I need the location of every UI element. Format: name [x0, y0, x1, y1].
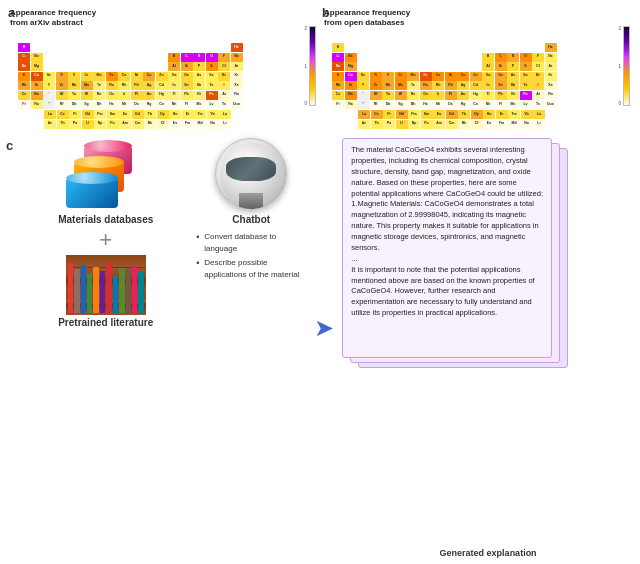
ptable-b: H He Li Be B C	[332, 43, 630, 129]
colorbar-a	[309, 26, 316, 106]
db-cyan	[66, 172, 118, 208]
panel-b: b Appearance frequency from open databas…	[320, 6, 634, 134]
colorbar-b-labels: 2 1 0	[618, 26, 621, 106]
panel-a: a Appearance frequency from arXiv abstra…	[6, 6, 320, 134]
ptable-a: H He Li Be B	[18, 43, 316, 129]
panel-a-title: Appearance frequency from arXiv abstract	[10, 8, 110, 27]
card-stack: The material CaCoGeO4 exhibits several i…	[342, 138, 634, 544]
colorbar-b	[623, 26, 630, 106]
chatbot-area: Chatbot • Convert database to language •…	[196, 138, 306, 558]
chatbot-label: Chatbot	[232, 214, 270, 225]
panel-b-header: b Appearance frequency from open databas…	[324, 8, 630, 27]
bookshelf-icon	[66, 255, 146, 315]
left-column: Materials databases +	[23, 138, 188, 558]
panel-b-label: b	[322, 6, 329, 20]
top-panels: a Appearance frequency from arXiv abstra…	[6, 6, 634, 134]
plus-sign: +	[23, 229, 188, 251]
bullet-1: • Convert database to language	[196, 231, 306, 255]
literature-label: Pretrained literature	[58, 317, 153, 328]
books-row	[66, 258, 146, 313]
generated-label: Generated explanation	[342, 548, 634, 558]
main-container: a Appearance frequency from arXiv abstra…	[0, 0, 640, 564]
explanation-text: The material CaCoGeO4 exhibits several i…	[351, 145, 543, 317]
card-main: The material CaCoGeO4 exhibits several i…	[342, 138, 552, 358]
bullet-2: • Describe possible applications of the …	[196, 257, 306, 281]
arrow-area: ➤	[314, 138, 334, 558]
chatbot-icon	[215, 138, 287, 210]
db-stack-icon	[66, 140, 146, 212]
databases-area: Materials databases	[23, 140, 188, 225]
panel-a-label: a	[8, 6, 15, 20]
panel-c: c	[6, 138, 634, 558]
literature-area: Pretrained literature	[23, 255, 188, 328]
right-arrow-icon: ➤	[314, 314, 334, 342]
colorbar-a-labels: 2 1 0	[304, 26, 307, 106]
panel-c-label: c	[6, 138, 13, 558]
panel-a-header: a Appearance frequency from arXiv abstra…	[10, 8, 316, 27]
right-column: The material CaCoGeO4 exhibits several i…	[342, 138, 634, 558]
databases-label: Materials databases	[58, 214, 153, 225]
chatbot-bullets: • Convert database to language • Describ…	[196, 231, 306, 283]
panel-b-title: Appearance frequency from open databases	[324, 8, 424, 27]
